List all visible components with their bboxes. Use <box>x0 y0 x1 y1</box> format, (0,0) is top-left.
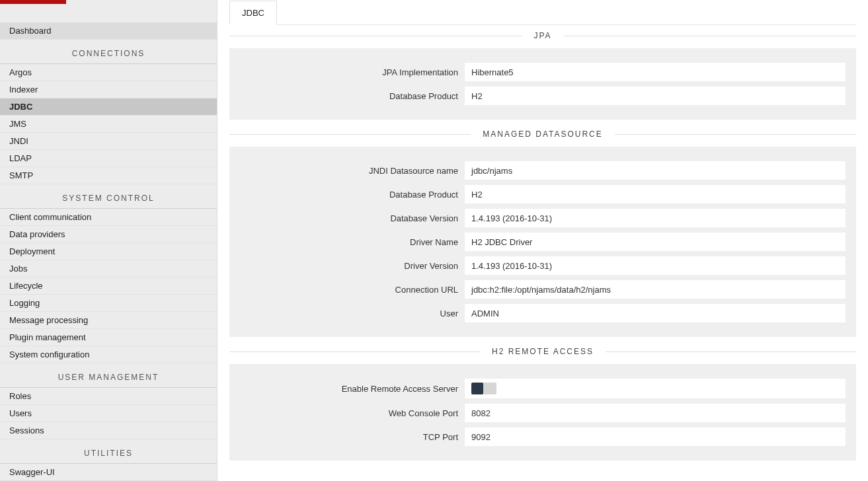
form-value: H2 <box>465 87 846 105</box>
sidebar-item-smtp[interactable]: SMTP <box>0 167 217 184</box>
section-legend: MANAGED DATASOURCE <box>471 130 615 139</box>
sidebar-section-header: USER MANAGEMENT <box>0 363 217 388</box>
form-label: Web Console Port <box>240 408 465 418</box>
form-value: H2 <box>465 185 846 204</box>
sidebar-item-swagger-ui[interactable]: Swagger-UI <box>0 464 217 481</box>
form-label: JNDI Datasource name <box>240 166 465 176</box>
sidebar-item-message-processing[interactable]: Message processing <box>0 312 217 329</box>
form-label: User <box>240 309 465 318</box>
form-row: Enable Remote Access Server <box>240 379 846 398</box>
panel: Enable Remote Access ServerWeb Console P… <box>229 364 856 461</box>
form-label: JPA Implementation <box>240 67 465 77</box>
sidebar-item-deployment[interactable]: Deployment <box>0 243 217 260</box>
form-row: Database Version1.4.193 (2016-10-31) <box>240 209 846 227</box>
sidebar-item-jms[interactable]: JMS <box>0 116 217 133</box>
sidebar: Dashboard CONNECTIONSArgosIndexerJDBCJMS… <box>0 0 217 481</box>
form-value: jdbc:h2:file:/opt/njams/data/h2/njams <box>465 280 846 299</box>
form-label: Enable Remote Access Server <box>240 384 465 394</box>
sidebar-section-header: UTILITIES <box>0 439 217 464</box>
panel: JPA ImplementationHibernate5Database Pro… <box>229 48 856 120</box>
app-root: Dashboard CONNECTIONSArgosIndexerJDBCJMS… <box>0 0 868 481</box>
sidebar-item-system-configuration[interactable]: System configuration <box>0 346 217 363</box>
form-value: ADMIN <box>465 304 846 322</box>
form-label: Driver Name <box>240 237 465 247</box>
tab-jdbc[interactable]: JDBC <box>229 1 277 25</box>
form-row: Connection URLjdbc:h2:file:/opt/njams/da… <box>240 280 846 299</box>
form-row: JPA ImplementationHibernate5 <box>240 63 846 81</box>
sidebar-item-jobs[interactable]: Jobs <box>0 260 217 278</box>
toggle-knob <box>471 383 483 394</box>
form-label: Database Version <box>240 213 465 223</box>
form-label: Driver Version <box>240 261 465 271</box>
sidebar-item-data-providers[interactable]: Data providers <box>0 226 217 243</box>
sidebar-item-dashboard[interactable]: Dashboard <box>0 22 217 40</box>
form-row: TCP Port9092 <box>240 427 846 446</box>
sidebar-item-indexer[interactable]: Indexer <box>0 81 217 98</box>
sidebar-item-ldap[interactable]: LDAP <box>0 150 217 167</box>
form-value: H2 JDBC Driver <box>465 233 846 251</box>
sidebar-item-logging[interactable]: Logging <box>0 295 217 312</box>
form-label: Database Product <box>240 91 465 101</box>
form-value: 1.4.193 (2016-10-31) <box>465 209 846 227</box>
form-label: Connection URL <box>240 285 465 295</box>
form-row: Database ProductH2 <box>240 87 846 105</box>
panel: JNDI Datasource namejdbc/njamsDatabase P… <box>229 147 856 337</box>
sidebar-section-header: CONNECTIONS <box>0 40 217 64</box>
section-legend: H2 REMOTE ACCESS <box>480 347 606 356</box>
tabs: JDBC <box>229 0 856 25</box>
sidebar-item-sessions[interactable]: Sessions <box>0 422 217 439</box>
form-label: Database Product <box>240 190 465 200</box>
section-divider: JPA <box>229 36 856 36</box>
brand-accent-bar <box>0 0 66 4</box>
form-row: JNDI Datasource namejdbc/njams <box>240 161 846 180</box>
toggle-switch[interactable] <box>471 383 496 394</box>
form-value: 8082 <box>465 404 846 422</box>
section-legend: JPA <box>522 31 563 40</box>
content: JDBC JPAJPA ImplementationHibernate5Data… <box>217 0 868 481</box>
sidebar-item-lifecycle[interactable]: Lifecycle <box>0 278 217 295</box>
form-value: jdbc/njams <box>465 161 846 180</box>
form-value: 1.4.193 (2016-10-31) <box>465 256 846 275</box>
form-row: UserADMIN <box>240 304 846 322</box>
sidebar-item-roles[interactable]: Roles <box>0 388 217 405</box>
sidebar-item-plugin-management[interactable]: Plugin management <box>0 329 217 346</box>
sidebar-section-header: SYSTEM CONTROL <box>0 184 217 209</box>
form-value: Hibernate5 <box>465 63 846 81</box>
form-row: Driver Version1.4.193 (2016-10-31) <box>240 256 846 275</box>
form-row: Driver NameH2 JDBC Driver <box>240 233 846 251</box>
sidebar-item-client-communication[interactable]: Client communication <box>0 209 217 226</box>
section-divider: MANAGED DATASOURCE <box>229 134 856 135</box>
sidebar-item-users[interactable]: Users <box>0 405 217 422</box>
sidebar-item-argos[interactable]: Argos <box>0 64 217 81</box>
form-value <box>465 379 846 398</box>
content-groups: JPAJPA ImplementationHibernate5Database … <box>229 36 856 461</box>
sidebar-sections: CONNECTIONSArgosIndexerJDBCJMSJNDILDAPSM… <box>0 40 217 481</box>
sidebar-item-jdbc[interactable]: JDBC <box>0 98 217 116</box>
form-row: Web Console Port8082 <box>240 404 846 422</box>
sidebar-item-jndi[interactable]: JNDI <box>0 133 217 150</box>
form-label: TCP Port <box>240 432 465 442</box>
form-row: Database ProductH2 <box>240 185 846 204</box>
section-divider: H2 REMOTE ACCESS <box>229 352 856 352</box>
form-value: 9092 <box>465 427 846 446</box>
